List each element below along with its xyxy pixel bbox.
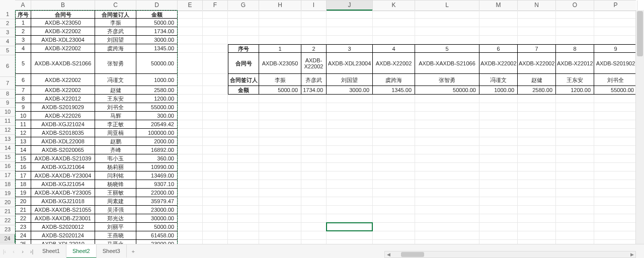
cell[interactable]: [228, 120, 259, 129]
cell[interactable]: [373, 214, 415, 223]
cell[interactable]: [373, 206, 415, 214]
cell[interactable]: [594, 223, 637, 231]
table-cell[interactable]: 闫利铭: [95, 171, 136, 180]
vertical-table-header[interactable]: 合同号: [31, 10, 95, 19]
cell[interactable]: [415, 95, 479, 103]
table-cell[interactable]: 杨莉丽: [95, 163, 136, 171]
cell[interactable]: [327, 214, 373, 223]
cell[interactable]: [203, 10, 228, 19]
cell[interactable]: [203, 189, 228, 197]
sheet-tab[interactable]: Sheet2: [66, 244, 97, 259]
table-cell[interactable]: AXDB-X22002: [518, 53, 556, 74]
row-header-16[interactable]: 16: [0, 162, 15, 171]
cell[interactable]: [259, 112, 301, 120]
spreadsheet-grid[interactable]: ABCDEFGHIJKLMNOP 12345678910111213141516…: [0, 0, 644, 244]
cell[interactable]: [228, 137, 259, 146]
table-cell[interactable]: AXDB-S2019029: [31, 103, 95, 112]
table-cell[interactable]: 61458.00: [136, 231, 178, 240]
table-cell[interactable]: 22: [15, 214, 31, 223]
cell[interactable]: [327, 103, 373, 112]
cell[interactable]: [479, 189, 518, 197]
cell[interactable]: [415, 214, 479, 223]
table-cell[interactable]: 张智勇: [415, 74, 479, 86]
cell[interactable]: [203, 19, 228, 27]
table-cell[interactable]: 35979.47: [136, 197, 178, 206]
cell[interactable]: [259, 27, 301, 36]
table-cell[interactable]: 25: [15, 240, 31, 244]
cell[interactable]: [301, 223, 327, 231]
cell[interactable]: [373, 120, 415, 129]
table-cell[interactable]: 3000.00: [136, 36, 178, 44]
cell[interactable]: [479, 146, 518, 154]
cell[interactable]: [259, 154, 301, 163]
cell[interactable]: [327, 146, 373, 154]
cell[interactable]: [178, 137, 203, 146]
table-cell[interactable]: 6: [479, 44, 518, 53]
cell[interactable]: [479, 10, 518, 19]
cell[interactable]: [518, 10, 556, 19]
table-cell[interactable]: AXDB-X22002: [373, 53, 415, 74]
table-cell[interactable]: 杨晓锋: [95, 180, 136, 189]
cell[interactable]: [327, 154, 373, 163]
column-header-B[interactable]: B: [31, 1, 95, 11]
cell[interactable]: [556, 27, 594, 36]
cell[interactable]: [518, 231, 556, 240]
table-cell[interactable]: 周亚楠: [95, 129, 136, 137]
cell[interactable]: [178, 74, 203, 86]
cell[interactable]: [415, 146, 479, 154]
cell[interactable]: [594, 197, 637, 206]
vertical-table-header[interactable]: 金额: [136, 10, 178, 19]
table-cell[interactable]: 5000.00: [136, 19, 178, 27]
cell[interactable]: [594, 137, 637, 146]
table-cell[interactable]: 赵鹏: [95, 137, 136, 146]
cell[interactable]: [178, 103, 203, 112]
cell[interactable]: [373, 36, 415, 44]
table-cell[interactable]: 300.00: [136, 112, 178, 120]
vertical-table-header[interactable]: 合同签订人: [95, 10, 136, 19]
table-cell[interactable]: 赵健: [95, 86, 136, 95]
cell[interactable]: [228, 231, 259, 240]
cell[interactable]: [479, 231, 518, 240]
cell[interactable]: [178, 129, 203, 137]
cell[interactable]: [518, 189, 556, 197]
cell[interactable]: [203, 27, 228, 36]
cell[interactable]: [178, 231, 203, 240]
table-cell[interactable]: 2580.00: [518, 86, 556, 95]
vertical-scrollbar[interactable]: [635, 10, 644, 244]
row-header-21[interactable]: 21: [0, 207, 15, 216]
column-header-J[interactable]: J: [327, 1, 373, 11]
table-cell[interactable]: 周素建: [95, 197, 136, 206]
cell[interactable]: [594, 95, 637, 103]
cell[interactable]: [556, 103, 594, 112]
cell[interactable]: [556, 137, 594, 146]
cell[interactable]: [228, 163, 259, 171]
column-header-P[interactable]: P: [594, 1, 637, 11]
cell[interactable]: [178, 180, 203, 189]
cell[interactable]: [228, 189, 259, 197]
row-headers[interactable]: 1234567891011121314151617181920212223242…: [0, 10, 16, 244]
cell[interactable]: [594, 214, 637, 223]
cell[interactable]: [301, 103, 327, 112]
table-cell[interactable]: 50000.00: [136, 53, 178, 74]
table-cell[interactable]: 马晋永: [95, 240, 136, 244]
cell[interactable]: [556, 120, 594, 129]
cell[interactable]: [415, 163, 479, 171]
cell[interactable]: [556, 240, 594, 244]
table-cell[interactable]: AXDB-S2020065: [31, 146, 95, 154]
cell[interactable]: [203, 231, 228, 240]
cell[interactable]: [415, 154, 479, 163]
column-header-I[interactable]: I: [301, 1, 327, 11]
table-cell[interactable]: AXDB-XGJ21024: [31, 120, 95, 129]
row-header-9[interactable]: 9: [0, 99, 15, 108]
cell[interactable]: [518, 214, 556, 223]
cell[interactable]: [301, 214, 327, 223]
table-cell[interactable]: 15: [15, 154, 31, 163]
cell[interactable]: [203, 240, 228, 244]
table-cell[interactable]: 1200.00: [556, 86, 594, 95]
table-cell[interactable]: 360.00: [136, 154, 178, 163]
table-cell[interactable]: 6: [15, 74, 31, 86]
cell[interactable]: [373, 189, 415, 197]
row-header-22[interactable]: 22: [0, 216, 15, 225]
table-cell[interactable]: 齐彦武: [95, 27, 136, 36]
cell[interactable]: [259, 223, 301, 231]
